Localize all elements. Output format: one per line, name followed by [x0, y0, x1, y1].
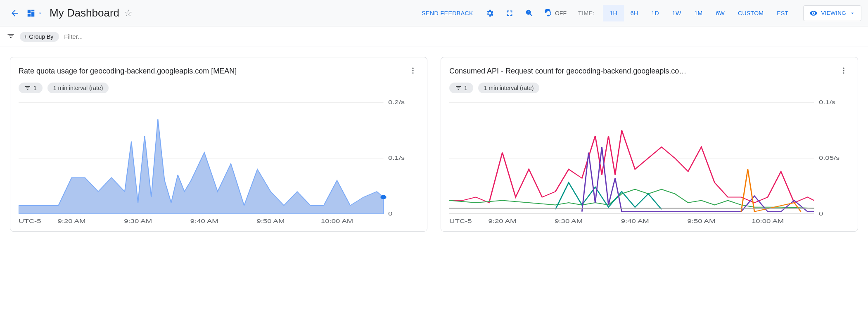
- arrow-back-icon: [10, 8, 20, 18]
- svg-text:9:50 AM: 9:50 AM: [687, 218, 715, 224]
- svg-text:9:30 AM: 9:30 AM: [555, 218, 583, 224]
- time-tab-1d[interactable]: 1D: [645, 5, 666, 21]
- auto-refresh-toggle[interactable]: OFF: [541, 9, 570, 17]
- plus-icon: +: [24, 33, 27, 40]
- chart-title: Rate quota usage for geocoding-backend.g…: [19, 67, 407, 76]
- fullscreen-icon: [505, 9, 514, 18]
- group-by-chip[interactable]: + Group By: [20, 32, 59, 42]
- settings-button[interactable]: [481, 5, 498, 21]
- svg-text:0: 0: [819, 211, 823, 217]
- caret-down-icon: [849, 10, 855, 16]
- filter-count: 1: [464, 85, 467, 91]
- chart-more-button[interactable]: [407, 65, 419, 78]
- filter-input[interactable]: [64, 33, 861, 40]
- viewing-mode-button[interactable]: VIEWING: [803, 5, 861, 21]
- filter-count: 1: [33, 85, 37, 91]
- chart-plot-area[interactable]: 0.2/s0.1/s09:20 AM9:30 AM9:40 AM9:50 AM1…: [19, 98, 419, 226]
- svg-text:UTC-5: UTC-5: [19, 218, 41, 224]
- filter-count-chip[interactable]: 1: [19, 83, 43, 93]
- svg-point-0: [813, 12, 814, 14]
- caret-down-icon: [37, 10, 43, 16]
- filter-icon: [455, 85, 462, 91]
- filter-bar: + Group By: [0, 26, 868, 47]
- svg-text:10:00 AM: 10:00 AM: [321, 218, 353, 224]
- time-label: TIME:: [573, 10, 600, 17]
- charts-grid: Rate quota usage for geocoding-backend.g…: [0, 47, 868, 242]
- time-tab-1h[interactable]: 1H: [603, 5, 624, 21]
- time-tab-1w[interactable]: 1W: [666, 5, 688, 21]
- interval-chip[interactable]: 1 min interval (rate): [478, 83, 540, 93]
- svg-text:9:20 AM: 9:20 AM: [489, 218, 517, 224]
- chart-title: Consumed API - Request count for geocodi…: [449, 67, 838, 76]
- auto-refresh-state: OFF: [555, 10, 567, 17]
- dashboard-picker[interactable]: [26, 9, 43, 18]
- svg-text:UTC-5: UTC-5: [449, 218, 472, 224]
- more-vert-icon: [840, 66, 848, 75]
- time-tab-6h[interactable]: 6H: [624, 5, 645, 21]
- filter-list-icon[interactable]: [7, 32, 15, 41]
- viewing-label: VIEWING: [821, 10, 846, 16]
- svg-point-11: [380, 195, 386, 199]
- group-by-label: Group By: [29, 33, 53, 40]
- svg-text:0.05/s: 0.05/s: [819, 155, 840, 161]
- svg-point-1: [412, 68, 413, 69]
- time-tab-6w[interactable]: 6W: [709, 5, 731, 21]
- chart-card-rate-quota: Rate quota usage for geocoding-backend.g…: [10, 57, 427, 232]
- top-toolbar: My Dashboard ☆ SEND FEEDBACK OFF TIME: 1…: [0, 0, 868, 26]
- dashboard-icon: [26, 9, 36, 18]
- svg-text:9:50 AM: 9:50 AM: [256, 218, 285, 224]
- zoom-reset-button[interactable]: [521, 5, 538, 21]
- svg-text:0.1/s: 0.1/s: [819, 99, 835, 105]
- interval-chip[interactable]: 1 min interval (rate): [47, 83, 109, 93]
- svg-text:9:40 AM: 9:40 AM: [190, 218, 218, 224]
- more-vert-icon: [409, 66, 417, 75]
- svg-text:10:00 AM: 10:00 AM: [752, 218, 784, 224]
- page-title: My Dashboard: [50, 7, 119, 19]
- svg-point-2: [412, 70, 413, 71]
- svg-text:9:40 AM: 9:40 AM: [621, 218, 649, 224]
- eye-icon: [809, 9, 818, 17]
- chart-card-request-count: Consumed API - Request count for geocodi…: [441, 57, 858, 232]
- svg-point-3: [412, 72, 413, 73]
- chart-plot-area[interactable]: 0.1/s0.05/s09:20 AM9:30 AM9:40 AM9:50 AM…: [449, 98, 849, 226]
- filter-icon: [24, 85, 31, 91]
- svg-point-20: [843, 72, 844, 73]
- magnifier-reset-icon: [525, 9, 534, 18]
- svg-text:9:20 AM: 9:20 AM: [58, 218, 86, 224]
- time-range-tabs: 1H 6H 1D 1W 1M 6W CUSTOM EST: [603, 5, 795, 21]
- gear-icon: [485, 9, 494, 18]
- refresh-icon: [544, 9, 553, 17]
- svg-point-19: [843, 70, 844, 71]
- send-feedback-button[interactable]: SEND FEEDBACK: [417, 7, 478, 20]
- back-button[interactable]: [7, 5, 23, 21]
- svg-text:9:30 AM: 9:30 AM: [124, 218, 152, 224]
- time-tab-tz[interactable]: EST: [770, 5, 795, 21]
- time-tab-custom[interactable]: CUSTOM: [731, 5, 770, 21]
- svg-text:0.2/s: 0.2/s: [388, 99, 405, 105]
- favorite-star-icon[interactable]: ☆: [124, 8, 133, 19]
- chart-more-button[interactable]: [838, 65, 849, 78]
- svg-text:0.1/s: 0.1/s: [388, 155, 405, 161]
- time-tab-1m[interactable]: 1M: [688, 5, 709, 21]
- filter-count-chip[interactable]: 1: [449, 83, 473, 93]
- svg-point-18: [843, 68, 844, 69]
- fullscreen-button[interactable]: [501, 5, 518, 21]
- svg-text:0: 0: [388, 211, 392, 217]
